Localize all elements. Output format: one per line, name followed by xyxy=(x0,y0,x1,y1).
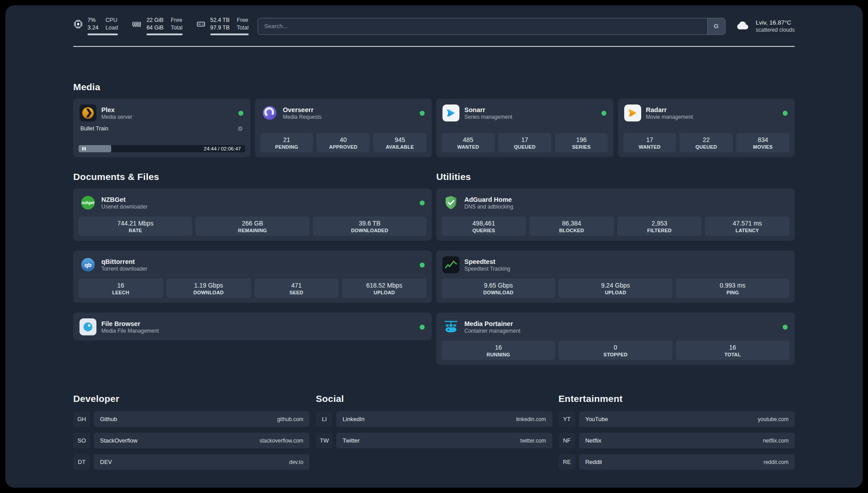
bookmark-dev[interactable]: DEV dev.to xyxy=(94,454,309,470)
stat-tile: 9.24 GbpsUPLOAD xyxy=(559,279,672,298)
bookmark-twitter[interactable]: Twitter twitter.com xyxy=(336,433,552,448)
section-title-developer: Developer xyxy=(73,393,309,404)
cpu-load-value: 3.24 xyxy=(88,25,98,32)
storage-icon xyxy=(196,19,206,29)
stat-tile: 9.65 GbpsDOWNLOAD xyxy=(442,279,555,298)
app-subtitle: Usenet downloader xyxy=(101,204,147,210)
app-name: Sonarr xyxy=(464,106,512,113)
app-subtitle: DNS and adblocking xyxy=(464,204,513,210)
sonarr-icon xyxy=(442,104,459,121)
app-subtitle: Container management xyxy=(464,328,520,334)
system-widgets: 7% CPU 3.24 Load xyxy=(73,17,249,35)
memory-total-value: 64 GiB xyxy=(146,25,163,32)
bookmark-abbr: GH xyxy=(73,411,90,427)
stat-tile: 196SERIES xyxy=(555,133,608,152)
stat-tile: 17WANTED xyxy=(623,133,676,152)
memory-icon xyxy=(131,19,142,29)
portainer-card[interactable]: Media Portainer Container management 16R… xyxy=(436,313,795,365)
nzbget-icon: nzbget xyxy=(79,194,96,211)
stat-tile: 40APPROVED xyxy=(317,133,370,152)
stat-tile: 16RUNNING xyxy=(442,341,555,360)
stat-tile: 17QUEUED xyxy=(498,133,551,152)
memory-usage-bar xyxy=(146,33,183,35)
app-subtitle: Speedtest Tracking xyxy=(464,266,510,272)
app-name: Overseerr xyxy=(283,106,322,113)
bookmark-youtube[interactable]: YouTube youtube.com xyxy=(579,411,795,427)
storage-usage-bar xyxy=(210,33,249,35)
app-name: NZBGet xyxy=(101,196,147,203)
bookmark-linkedin[interactable]: LinkedIn linkedin.com xyxy=(336,411,552,427)
storage-label-2: Total xyxy=(237,25,248,32)
app-subtitle: Torrent downloader xyxy=(101,266,147,272)
storage-label-1: Free xyxy=(237,17,248,24)
playback-time: 24:44 / 02:06:47 xyxy=(204,146,241,151)
weather-widget[interactable]: Lviv, 16.87°C scattered clouds xyxy=(734,19,795,34)
stat-tile: 22QUEUED xyxy=(680,133,733,152)
filebrowser-card[interactable]: File Browser Media File Management xyxy=(73,313,432,340)
stat-tile: 498,461QUERIES xyxy=(442,217,526,236)
plex-card[interactable]: Plex Media server Bullet Train xyxy=(73,99,250,157)
stat-tile: 21PENDING xyxy=(260,133,313,152)
bookmark-stackoverflow[interactable]: StackOverflow stackoverflow.com xyxy=(94,433,309,448)
app-name: Speedtest xyxy=(464,258,510,265)
status-dot xyxy=(420,111,425,116)
status-dot xyxy=(420,263,425,267)
stat-tile: 39.6 TBDOWNLOADED xyxy=(313,217,426,236)
speedtest-card[interactable]: Speedtest Speedtest Tracking 9.65 GbpsDO… xyxy=(436,251,795,303)
weather-location: Lviv, 16.87°C xyxy=(756,19,795,26)
section-title-documents: Documents & Files xyxy=(73,171,432,182)
stat-tile: 266 GBREMAINING xyxy=(196,217,309,236)
memory-free-value: 22 GiB xyxy=(146,17,163,24)
stat-tile: 834MOVIES xyxy=(736,133,789,152)
search-bar: G xyxy=(258,18,726,35)
gear-icon[interactable] xyxy=(237,125,243,132)
search-engine-badge[interactable]: G xyxy=(707,18,725,34)
bookmark-abbr: TW xyxy=(316,433,333,448)
bookmark-abbr: RE xyxy=(559,454,576,470)
section-title-social: Social xyxy=(316,393,552,404)
dashboard-root: 7% CPU 3.24 Load xyxy=(5,5,863,488)
cpu-widget: 7% CPU 3.24 Load xyxy=(73,17,118,35)
bookmark-reddit[interactable]: Reddit reddit.com xyxy=(579,454,795,470)
nzbget-card[interactable]: nzbget NZBGet Usenet downloader 744.21 M… xyxy=(73,188,432,241)
overseerr-card[interactable]: Overseerr Media Requests 21PENDING 40APP… xyxy=(255,99,432,157)
plex-progress-bar[interactable]: 24:44 / 02:06:47 xyxy=(79,145,245,152)
stat-tile: 16LEECH xyxy=(79,279,163,298)
stat-tile: 86,384BLOCKED xyxy=(530,217,614,236)
filebrowser-icon xyxy=(79,318,96,335)
sonarr-card[interactable]: Sonarr Series management 485WANTED 17QUE… xyxy=(436,99,613,157)
portainer-icon xyxy=(442,318,459,335)
stat-tile: 0.993 msPING xyxy=(676,279,789,298)
pause-icon[interactable] xyxy=(82,147,86,150)
bookmark-abbr: DT xyxy=(73,454,90,470)
app-name: File Browser xyxy=(101,320,159,327)
bookmark-github[interactable]: Github github.com xyxy=(94,411,309,427)
app-subtitle: Media server xyxy=(101,114,132,120)
bookmark-netflix[interactable]: Netflix netflix.com xyxy=(579,433,795,448)
radarr-card[interactable]: Radarr Movie management 17WANTED 22QUEUE… xyxy=(618,99,795,157)
plex-icon xyxy=(79,104,96,121)
stat-tile: 945AVAILABLE xyxy=(373,133,426,152)
section-title-media: Media xyxy=(73,82,795,92)
memory-label-1: Free xyxy=(171,17,182,24)
bookmark-group-entertainment: Entertainment YT YouTube youtube.com NF … xyxy=(559,393,795,476)
svg-text:nzbget: nzbget xyxy=(82,201,95,205)
cpu-usage-value: 7% xyxy=(88,17,98,24)
memory-widget: 22 GiB Free 64 GiB Total xyxy=(131,17,183,35)
app-subtitle: Movie management xyxy=(646,114,693,120)
radarr-icon xyxy=(624,104,641,121)
bookmark-abbr: SO xyxy=(73,433,90,448)
storage-widget: 52.4 TB Free 97.9 TB Total xyxy=(196,17,249,35)
status-dot xyxy=(420,201,425,205)
qbittorrent-card[interactable]: qb qBittorrent Torrent downloader 16LEEC… xyxy=(73,251,432,303)
adguard-card[interactable]: AdGuard Home DNS and adblocking 498,461Q… xyxy=(436,188,795,241)
adguard-icon xyxy=(442,194,459,211)
app-subtitle: Media File Management xyxy=(101,328,159,334)
stat-tile: 471SEED xyxy=(255,279,339,298)
bookmark-abbr: LI xyxy=(316,411,333,427)
bookmark-group-social: Social LI LinkedIn linkedin.com TW Twitt… xyxy=(316,393,552,454)
speedtest-icon xyxy=(442,256,459,273)
search-input[interactable] xyxy=(258,23,725,29)
qbittorrent-icon: qb xyxy=(79,256,96,273)
storage-total-value: 97.9 TB xyxy=(210,25,230,32)
